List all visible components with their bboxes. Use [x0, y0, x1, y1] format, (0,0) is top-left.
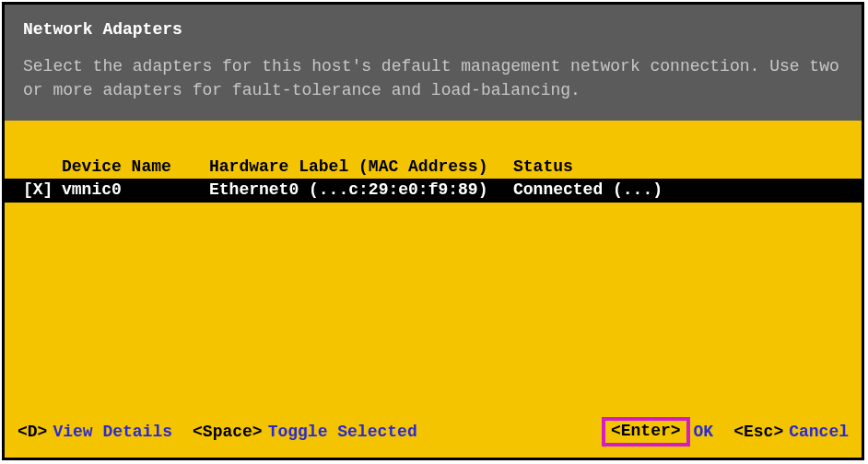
table-row[interactable]: [X] vmnic0 Ethernet0 (...c:29:e0:f9:89) …: [5, 179, 862, 202]
row-device-name: vmnic0: [62, 179, 209, 202]
hint-space-key: <Space>: [193, 423, 263, 441]
adapters-table: Device Name Hardware Label (MAC Address)…: [5, 121, 862, 202]
table-header-hw: Hardware Label (MAC Address): [209, 156, 513, 179]
hint-esc-key: <Esc>: [733, 423, 783, 441]
hint-enter-highlight: <Enter>: [602, 417, 690, 447]
table-header-row: Device Name Hardware Label (MAC Address)…: [5, 156, 862, 179]
row-status: Connected (...): [513, 179, 843, 202]
panel-title: Network Adapters: [23, 17, 843, 41]
panel-subtitle: Select the adapters for this host's defa…: [23, 54, 843, 102]
row-hardware-label: Ethernet0 (...c:29:e0:f9:89): [209, 179, 513, 202]
hint-esc-action[interactable]: Cancel: [789, 423, 849, 441]
hint-d-key: <D>: [18, 423, 47, 441]
hint-d-action[interactable]: View Details: [53, 423, 172, 441]
row-checkbox[interactable]: [X]: [23, 179, 62, 202]
table-header-status: Status: [513, 156, 843, 179]
hint-enter-key: <Enter>: [611, 422, 681, 440]
footer-hints: <D> View Details <Space> Toggle Selected…: [5, 417, 862, 447]
network-adapters-panel: Network Adapters Select the adapters for…: [2, 2, 864, 460]
table-header-select: [23, 156, 62, 179]
hint-space-action[interactable]: Toggle Selected: [268, 423, 417, 441]
panel-header: Network Adapters Select the adapters for…: [5, 5, 862, 121]
table-header-device: Device Name: [62, 156, 209, 179]
hint-enter-action[interactable]: OK: [694, 423, 714, 441]
panel-body: Device Name Hardware Label (MAC Address)…: [5, 121, 862, 458]
